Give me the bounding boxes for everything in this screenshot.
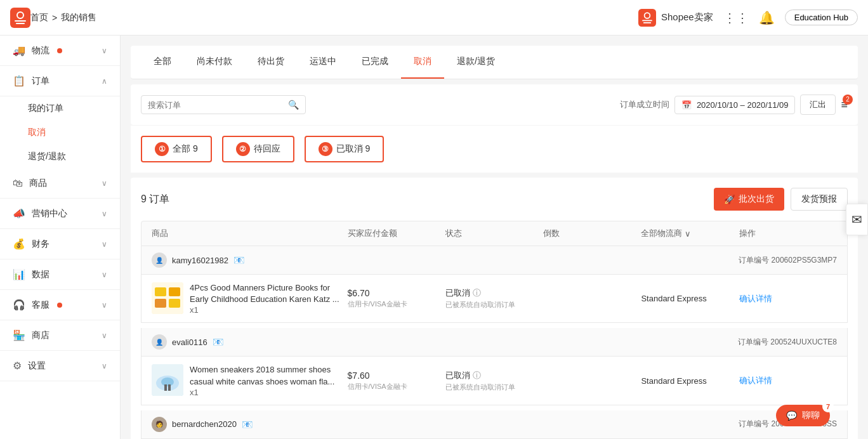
shopee-seller-icon	[638, 9, 656, 27]
orders-section: 9 订单 🚀 批次出货 发货预报 商品 买家应付金额 状态 倒数 全部物流商 ∨	[131, 178, 858, 439]
products-chevron: ∨	[102, 179, 107, 188]
svg-rect-14	[164, 384, 167, 391]
sidebar-item-products[interactable]: 🛍 商品 ∨	[0, 169, 120, 199]
col-countdown: 倒数	[543, 228, 641, 239]
price-method-1: 信用卡/VISA金融卡	[348, 299, 445, 309]
message-icon-3[interactable]: 📧	[242, 419, 253, 429]
order-group-header-1: 👤 kamy16021982 📧 订单编号 200602PS5G3MP7	[141, 246, 847, 275]
svg-rect-4	[642, 20, 652, 21]
product-name-2: Women sneakers 2018 summer shoes casual …	[190, 364, 348, 387]
sidebar-item-shop[interactable]: 🏪 商店 ∨	[0, 320, 120, 351]
action-link-2[interactable]: 确认详情	[739, 376, 772, 385]
col-price: 买家应付金额	[348, 228, 445, 239]
sidebar-logistics-label: 物流	[32, 45, 49, 56]
sidebar-refund[interactable]: 退货/退款	[0, 145, 120, 169]
status-card-pending[interactable]: ② 待回应	[222, 136, 294, 162]
shopee-logo	[10, 8, 30, 28]
breadcrumb-home[interactable]: 首页	[30, 12, 48, 23]
tab-shipping[interactable]: 运送中	[297, 46, 349, 79]
export-button[interactable]: 汇出	[800, 95, 836, 115]
user-avatar-3: 🧑	[152, 417, 167, 432]
service-icon: 🎧	[13, 299, 25, 311]
data-icon: 📊	[13, 268, 25, 280]
orders-header: 9 订单 🚀 批次出货 发货预报	[141, 188, 848, 211]
date-range: 2020/10/10 – 2020/11/09	[697, 100, 789, 110]
col-logistics[interactable]: 全部物流商 ∨	[641, 228, 739, 239]
message-icon-1[interactable]: 📧	[233, 255, 244, 265]
order-row-2: Women sneakers 2018 summer shoes casual …	[141, 357, 847, 404]
logistics-2: Standard Express	[641, 376, 739, 386]
email-widget[interactable]: ✉	[846, 204, 868, 235]
sidebar-item-data[interactable]: 📊 数据 ∨	[0, 259, 120, 290]
user-name-1: kamy16021982	[172, 256, 228, 265]
finance-chevron: ∨	[102, 240, 107, 249]
sidebar-item-settings[interactable]: ⚙ 设置 ∨	[0, 351, 120, 381]
sidebar-item-logistics[interactable]: 🚚 物流 ∨	[0, 36, 120, 66]
preview-button[interactable]: 发货预报	[791, 188, 848, 211]
orders-icon: 📋	[13, 75, 25, 87]
order-group-header-2: 👤 evali0116 📧 订单编号 200524UUXUCTE8	[141, 328, 847, 357]
status-sub-2: 已被系统自动取消订单	[445, 383, 543, 392]
edu-hub-button[interactable]: Education Hub	[785, 10, 858, 25]
shop-chevron: ∨	[102, 331, 107, 340]
svg-rect-7	[155, 287, 166, 296]
status-card-cancelled[interactable]: ③ 已取消 9	[305, 136, 385, 162]
sidebar-cancel[interactable]: 取消	[0, 121, 120, 145]
sidebar-my-orders[interactable]: 我的订单	[0, 96, 120, 121]
tab-cancelled[interactable]: 取消	[401, 46, 444, 79]
message-icon-2[interactable]: 📧	[213, 337, 223, 347]
user-avatar-2: 👤	[152, 334, 167, 350]
status-cell-2: 已取消 ⓘ 已被系统自动取消订单	[445, 370, 543, 392]
marketing-chevron: ∨	[102, 209, 107, 218]
status-cards: ① 全部 9 ② 待回应 ③ 已取消 9	[131, 126, 858, 173]
order-group-header-3: 🧑 bernardchen2020 📧 订单编号 20041195PBW5SS	[141, 410, 847, 439]
sidebar-finance-label: 财务	[32, 239, 49, 250]
tab-unpaid[interactable]: 尚未付款	[184, 46, 245, 79]
product-thumb-2	[152, 364, 183, 396]
status-2: 已取消 ⓘ	[445, 370, 543, 381]
sidebar-item-marketing[interactable]: 📣 营销中心 ∨	[0, 199, 120, 229]
status-num-1: ①	[155, 142, 169, 156]
bell-icon[interactable]: 🔔	[759, 10, 775, 25]
chat-widget[interactable]: 💬 聊聊 7	[776, 405, 830, 426]
order-group-3: 🧑 bernardchen2020 📧 订单编号 20041195PBW5SS	[141, 410, 848, 439]
orders-actions: 🚀 批次出货 发货预报	[714, 188, 848, 211]
search-input[interactable]	[148, 100, 283, 110]
service-dot	[57, 303, 62, 308]
product-qty-1: x1	[190, 305, 348, 315]
status-card-all[interactable]: ① 全部 9	[141, 136, 212, 162]
batch-ship-button[interactable]: 🚀 批次出货	[714, 188, 784, 211]
layout: 🚚 物流 ∨ 📋 订单 ∧ 我的订单 取消 退货/退款 🛍 商品 ∨	[0, 36, 868, 439]
svg-rect-2	[16, 23, 25, 24]
tab-refund[interactable]: 退款/退货	[444, 46, 508, 79]
breadcrumb-current: 我的销售	[61, 12, 96, 23]
tab-pending-ship[interactable]: 待出货	[245, 46, 297, 79]
tab-all[interactable]: 全部	[141, 46, 184, 79]
sidebar-item-orders[interactable]: 📋 订单 ∧	[0, 66, 120, 96]
status-label-cancelled: 已取消 9	[336, 143, 371, 155]
status-label-all: 全部 9	[173, 143, 198, 155]
status-num-2: ②	[236, 142, 250, 156]
tab-completed[interactable]: 已完成	[349, 46, 401, 79]
sidebar-item-service[interactable]: 🎧 客服 ∨	[0, 290, 120, 320]
email-icon: ✉	[852, 213, 862, 226]
main-content: 全部 尚未付款 待出货 运送中 已完成 取消 退款/退货 🔍 订单成立时间 📅 …	[121, 36, 868, 439]
status-cell-1: 已取消 ⓘ 已被系统自动取消订单	[445, 287, 543, 310]
shopee-seller: Shopee卖家	[638, 9, 713, 27]
date-input[interactable]: 📅 2020/10/10 – 2020/11/09	[674, 96, 796, 114]
price-2: $7.60	[348, 370, 445, 381]
service-chevron: ∨	[102, 301, 107, 310]
action-link-1[interactable]: 确认详情	[739, 294, 772, 303]
grid-icon[interactable]: ⋮⋮	[723, 10, 749, 25]
svg-point-13	[161, 377, 174, 386]
chat-badge: 7	[822, 401, 834, 412]
sidebar-item-finance[interactable]: 💰 财务 ∨	[0, 229, 120, 259]
breadcrumb: 首页 > 我的销售	[30, 12, 96, 23]
chat-icon: 💬	[786, 410, 797, 421]
sidebar-products-label: 商品	[29, 178, 47, 189]
logistics-dot	[57, 48, 62, 53]
product-details-1: 4Pcs Good Manners Picture Books for Earl…	[190, 282, 348, 315]
sidebar-shop-label: 商店	[32, 330, 49, 341]
user-name-3: bernardchen2020	[172, 419, 237, 429]
shop-icon: 🏪	[13, 329, 25, 341]
